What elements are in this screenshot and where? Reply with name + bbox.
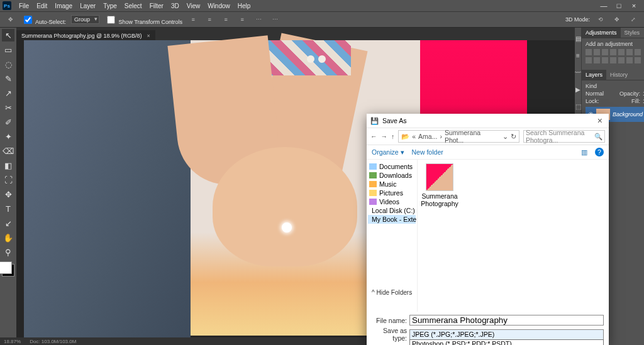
adjustment-icon[interactable] [618,49,625,55]
tool-button[interactable]: ✋ [2,231,14,244]
align-icon[interactable]: ≡ [204,14,215,25]
dialog-nav: ← → ↑ 📂 « Ama... › Summerana Phot... ⌄ ↻… [367,128,609,145]
menu-layer[interactable]: Layer [76,3,99,9]
3d-icon[interactable]: ⟲ [595,14,606,25]
panel-icon[interactable]: 〰 [575,69,581,76]
align-icon[interactable]: ≡ [220,14,231,25]
panel-icon[interactable]: ▤ [575,35,581,42]
breadcrumb[interactable]: 📂 « Ama... › Summerana Phot... ⌄ ↻ [398,130,519,143]
panel-icon[interactable]: ≡ [576,52,580,59]
search-input[interactable]: Search Summerana Photogra... 🔍 [523,130,605,143]
adjustment-icon[interactable] [594,49,600,55]
file-list[interactable]: Summerana Photography [418,160,609,312]
menu-3d[interactable]: 3D [167,3,183,9]
adjustment-icon[interactable] [602,49,608,55]
tool-button[interactable]: ⌫ [2,145,14,157]
menu-help[interactable]: Help [234,3,255,9]
tool-button[interactable]: T [2,202,14,215]
tool-button[interactable]: ✂ [2,101,14,114]
tool-button[interactable]: ⛶ [2,173,14,186]
tool-button[interactable]: ✦ [2,130,14,143]
panel-tabs: Adjustments Styles [582,28,644,38]
tool-button[interactable]: ◌ [2,58,14,70]
help-button[interactable]: ? [595,148,604,156]
panel-icon[interactable]: ⬚ [575,103,581,110]
menu-file[interactable]: File [15,3,33,9]
3d-icon[interactable]: ✥ [611,14,623,25]
align-icon[interactable]: ≡ [236,14,248,25]
tree-item[interactable]: Downloads [368,171,416,180]
file-item[interactable]: Summerana Photography [421,163,458,207]
tab-styles[interactable]: Styles [621,28,644,38]
minimize-button[interactable]: — [596,2,611,9]
adjustment-icon[interactable] [586,49,592,55]
tab-layers[interactable]: Layers [582,70,606,80]
tree-item[interactable]: Pictures [368,189,416,197]
adjustment-icon[interactable] [610,49,616,55]
crumb[interactable]: Summerana Phot... [445,129,497,144]
tool-button[interactable]: ↙ [2,217,14,229]
nav-forward-button[interactable]: → [381,133,388,140]
menu-image[interactable]: Image [51,3,76,9]
zoom-level[interactable]: 18.87% [4,339,21,344]
refresh-button[interactable]: ↻ [511,133,516,140]
nav-up-button[interactable]: ↑ [391,133,394,140]
menu-type[interactable]: Type [99,3,121,9]
align-icon[interactable]: ≡ [187,14,199,25]
auto-select-checkbox[interactable]: Auto-Select: [21,14,66,26]
tool-button[interactable]: ◧ [2,159,14,172]
menu-edit[interactable]: Edit [33,3,51,9]
adjustment-icon[interactable] [626,57,633,63]
dialog-close-button[interactable]: × [595,116,605,126]
adjustment-icon[interactable] [610,57,616,63]
tool-button[interactable]: ▭ [2,43,14,56]
chevron-down-icon[interactable]: ⌄ [502,133,508,140]
file-name-input[interactable] [409,315,604,326]
blend-mode-dropdown[interactable]: Normal [586,90,617,97]
3d-icon[interactable]: ⤢ [628,14,639,25]
tool-button[interactable]: ✥ [2,188,14,200]
new-folder-button[interactable]: New folder [412,148,443,156]
adjustment-icon[interactable] [586,57,592,63]
file-type-option[interactable]: Photoshop (*.PSD;*.PDD;*.PSDT) [410,340,603,346]
tool-button[interactable]: ↗ [2,87,14,99]
tool-button[interactable]: ✎ [2,72,14,85]
show-transform-controls-checkbox[interactable]: Show Transform Controls [104,14,182,26]
menu-window[interactable]: Window [204,3,234,9]
save-as-type-list[interactable]: Photoshop (*.PSD;*.PDD;*.PSDT)Large Docu… [409,339,604,346]
distribute-icon[interactable]: ⋯ [253,14,264,25]
menu-filter[interactable]: Filter [146,3,167,9]
tree-item[interactable]: Videos [368,197,416,206]
tree-item[interactable]: Documents [368,162,416,171]
tab-close-icon[interactable]: × [147,33,150,39]
view-button[interactable]: ▥ [581,148,587,156]
crumb[interactable]: Ama... [418,133,437,140]
distribute-icon[interactable]: ⋯ [269,14,280,25]
auto-select-target-dropdown[interactable]: Group [71,15,99,24]
menu-view[interactable]: View [183,3,204,9]
menu-select[interactable]: Select [121,3,146,9]
panel-icon[interactable]: ▶ [575,86,580,93]
tree-item[interactable]: Music [368,180,416,189]
tab-history[interactable]: History [606,70,631,80]
tool-button[interactable]: ↖ [2,29,14,41]
adjustment-icon[interactable] [635,49,641,55]
color-swatch[interactable] [2,264,14,277]
tree-item[interactable]: Local Disk (C:) [368,206,416,215]
organize-button[interactable]: Organize ▾ [372,148,404,156]
adjustment-icon[interactable] [618,57,625,63]
tab-adjustments[interactable]: Adjustments [582,28,621,38]
adjustment-icon[interactable] [594,57,600,63]
crumb[interactable]: 📂 [401,133,409,141]
tool-button[interactable]: ⚲ [2,246,14,258]
save-as-type-dropdown[interactable]: JPEG (*.JPG;*.JPEG;*.JPE) Photoshop (*.P… [409,329,604,340]
adjustment-icon[interactable] [626,49,633,55]
maximize-button[interactable]: □ [611,2,626,9]
nav-back-button[interactable]: ← [370,133,377,140]
adjustment-icon[interactable] [602,57,608,63]
adjustment-icon[interactable] [635,57,641,63]
close-button[interactable]: × [626,2,641,9]
tree-item[interactable]: My Book - Exten [368,215,416,224]
hide-folders-button[interactable]: ^ Hide Folders [372,289,412,296]
tool-button[interactable]: ✐ [2,116,14,128]
